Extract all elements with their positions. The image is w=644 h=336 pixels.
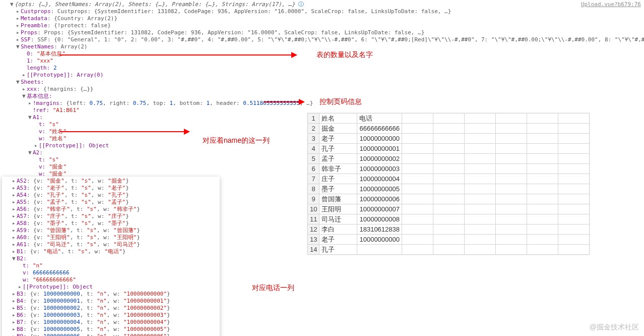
row-number: 1 <box>308 114 319 124</box>
row-number: 5 <box>308 154 319 164</box>
table-row[interactable]: 12李白18310612838 <box>308 225 590 235</box>
annotation-phone-col: 对应电话一列 <box>252 284 294 293</box>
cell-phone[interactable]: 10000000000 <box>357 134 402 144</box>
table-row[interactable]: 6韩非子10000000003 <box>308 164 590 174</box>
table-row[interactable]: 9曾国藩10000000006 <box>308 194 590 204</box>
disclosure-triangle-icon[interactable]: ▼ <box>28 149 33 156</box>
table-row[interactable]: 3老子10000000000 <box>308 134 590 144</box>
table-row[interactable]: 7庄子10000000004 <box>308 174 590 184</box>
cell-phone[interactable]: 66666666666 <box>357 124 402 134</box>
disclosure-triangle-icon[interactable]: ▸ <box>22 72 27 79</box>
spreadsheet-preview: 1姓名电话2掘金666666666663老子100000000004孔子1000… <box>307 113 590 255</box>
disclosure-triangle-icon[interactable]: ▸ <box>28 100 33 107</box>
cell-phone[interactable]: 18310612838 <box>357 225 402 235</box>
cell-phone[interactable]: 10000000006 <box>357 194 402 204</box>
arrow-icon <box>264 101 304 102</box>
table-row[interactable]: 2掘金66666666666 <box>308 124 590 134</box>
row-number: 6 <box>308 164 319 174</box>
table-row[interactable]: 5孟子10000000002 <box>308 154 590 164</box>
row-number: 13 <box>308 235 319 245</box>
cell-name[interactable]: 孔子 <box>319 144 357 154</box>
table-row[interactable]: 4孔子10000000001 <box>308 144 590 154</box>
row-number: 7 <box>308 174 319 184</box>
watermark: @掘金技术社区 <box>590 323 639 332</box>
floating-console-panel: ▸A52: {v: "掘金", t: "s", w: "掘金"} ▸A53: {… <box>2 177 220 336</box>
row-number: 8 <box>308 184 319 194</box>
cell-phone[interactable]: 电话 <box>357 114 402 124</box>
table-row[interactable]: 11司马迁10000000008 <box>308 214 590 225</box>
cell-name[interactable]: 韩非子 <box>319 164 357 174</box>
cell-phone[interactable]: 10000000000 <box>357 235 402 245</box>
cell-phone[interactable]: 10000000008 <box>357 214 402 225</box>
row-number: 14 <box>308 245 319 255</box>
row-number: 3 <box>308 134 319 144</box>
cell-name[interactable]: 庄子 <box>319 174 357 184</box>
disclosure-triangle-icon[interactable]: ▸ <box>22 86 27 93</box>
cell-phone[interactable]: 10000000002 <box>357 154 402 164</box>
arrow-icon <box>60 131 189 132</box>
disclosure-triangle-icon[interactable]: ▸ <box>34 142 39 149</box>
row-number: 11 <box>308 214 319 225</box>
table-row[interactable]: 14孔子 <box>308 245 590 255</box>
cell-name[interactable]: 掘金 <box>319 124 357 134</box>
cell-name[interactable]: 墨子 <box>319 184 357 194</box>
cell-name[interactable]: 李白 <box>319 225 357 235</box>
cell-phone[interactable]: 10000000007 <box>357 204 402 214</box>
cell-name[interactable]: 老子 <box>319 235 357 245</box>
disclosure-triangle-icon[interactable]: ▼ <box>16 43 21 50</box>
cell-phone[interactable]: 10000000001 <box>357 144 402 154</box>
arrow-icon <box>59 54 296 55</box>
cell-name[interactable]: 孟子 <box>319 154 357 164</box>
table-row[interactable]: 8墨子10000000005 <box>308 184 590 194</box>
row-number: 4 <box>308 144 319 154</box>
table-row[interactable]: 10王阳明10000000007 <box>308 204 590 214</box>
disclosure-triangle-icon[interactable]: ▼ <box>22 93 27 100</box>
disclosure-triangle-icon[interactable]: ▸ <box>16 29 21 36</box>
annotation-name-col: 对应着name的这一列 <box>203 136 270 145</box>
cell-name[interactable]: 老子 <box>319 134 357 144</box>
row-number: 12 <box>308 225 319 235</box>
cell-name[interactable]: 司马迁 <box>319 214 357 225</box>
annotation-sheetnames: 表的数量以及名字 <box>316 50 373 60</box>
disclosure-triangle-icon[interactable]: ▸ <box>16 36 21 43</box>
row-number: 9 <box>308 194 319 204</box>
table-row[interactable]: 13老子10000000000 <box>308 235 590 245</box>
disclosure-triangle-icon[interactable]: ▼ <box>16 79 21 86</box>
disclosure-triangle-icon[interactable]: ▸ <box>16 15 21 22</box>
disclosure-triangle-icon[interactable]: ▸ <box>16 22 21 29</box>
prototype-label: [[Prototype]]: Array(0) <box>27 72 103 78</box>
cell-phone[interactable]: 10000000004 <box>357 174 402 184</box>
cell-phone[interactable]: 10000000003 <box>357 164 402 174</box>
disclosure-triangle-icon[interactable]: ▼ <box>10 1 15 8</box>
cell-phone[interactable]: 10000000005 <box>357 184 402 194</box>
disclosure-triangle-icon[interactable]: ▼ <box>28 114 33 121</box>
cell-name[interactable]: 王阳明 <box>319 204 357 214</box>
annotation-margins: 控制页码信息 <box>319 97 362 106</box>
cell-phone[interactable] <box>357 245 402 255</box>
disclosure-triangle-icon[interactable]: ▸ <box>16 8 21 15</box>
cell-name[interactable]: 孔子 <box>319 245 357 255</box>
cell-name[interactable]: 姓名 <box>319 114 357 124</box>
row-number: 10 <box>308 204 319 214</box>
cell-name[interactable]: 曾国藩 <box>319 194 357 204</box>
row-number: 2 <box>308 124 319 134</box>
table-row[interactable]: 1姓名电话 <box>308 114 590 124</box>
